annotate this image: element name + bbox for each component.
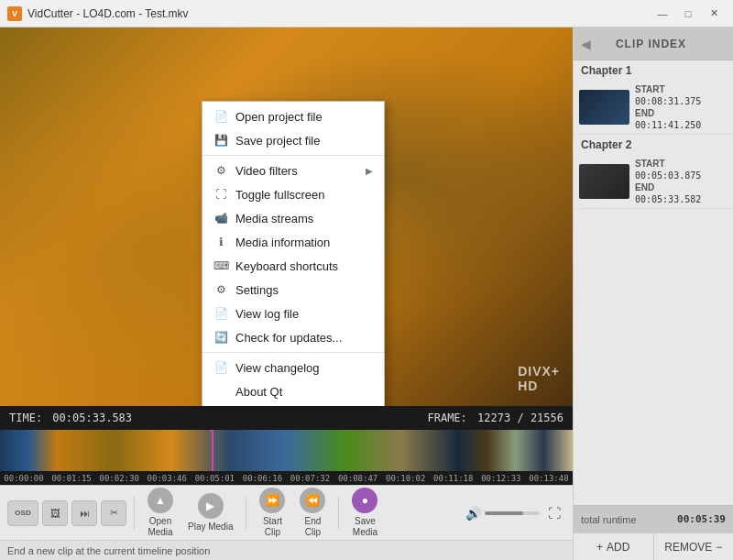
frame-display: FRAME: 12273 / 21556 <box>427 412 563 424</box>
right-panel: ◀ CLIP INDEX Chapter 1 START 00:08:31.37… <box>573 27 733 560</box>
time-value: 00:05:33.583 <box>52 412 132 424</box>
timeline-thumbnails <box>0 430 573 471</box>
end-value-2: 00:05:33.582 <box>635 194 701 204</box>
menu-item-view-changelog-label: View changelog <box>235 361 320 375</box>
timecode-1: 00:01:15 <box>48 474 95 483</box>
titlebar-controls: — □ ✕ <box>651 5 726 23</box>
chapter-1-label: Chapter 1 <box>574 60 733 81</box>
save-project-icon: 💾 <box>213 133 228 148</box>
video-statusbar: TIME: 00:05:33.583 FRAME: 12273 / 21556 <box>0 406 573 430</box>
save-media-button[interactable]: ● SaveMedia <box>346 484 383 542</box>
end-clip-icon: ⏪ <box>300 488 325 513</box>
timeline-area[interactable]: 00:00:00 00:01:15 00:02:30 00:03:46 00:0… <box>0 430 573 485</box>
runtime-label: total runtime <box>581 514 637 525</box>
menu-item-view-changelog[interactable]: 📄 View changelog <box>202 356 384 379</box>
log-icon: 📄 <box>213 306 228 321</box>
open-media-button[interactable]: ▲ OpenMedia <box>142 484 179 542</box>
frame-total: 21556 <box>531 412 563 424</box>
timecode-6: 00:07:32 <box>286 474 334 483</box>
clip-start-value-row-1: 00:08:31.375 <box>635 96 701 106</box>
clip-start-value-row-2: 00:05:03.875 <box>635 170 701 181</box>
clip-end-value-row-2: 00:05:33.582 <box>635 194 701 204</box>
menu-separator-1 <box>202 155 384 156</box>
settings-icon: ⚙ <box>213 282 228 297</box>
screenshot-button[interactable]: 🖼 <box>42 500 68 526</box>
timeline-track: 00:00:00 00:01:15 00:02:30 00:03:46 00:0… <box>0 430 573 485</box>
update-icon: 🔄 <box>213 330 228 345</box>
cut-button[interactable]: ✂ <box>101 500 126 526</box>
end-label-2: END <box>635 182 654 192</box>
clip-info-2: START 00:05:03.875 END 00:05:33.582 <box>635 159 701 204</box>
divx-badge: DIVX+HD <box>518 364 560 393</box>
nav-back-arrow[interactable]: ◀ <box>581 37 591 51</box>
menu-item-media-information[interactable]: ℹ Media information <box>202 230 384 254</box>
frame-separator: / <box>517 412 530 424</box>
menu-item-settings-label: Settings <box>235 283 279 297</box>
start-clip-icon: ⏩ <box>259 488 285 513</box>
start-clip-label: StartClip <box>263 516 282 538</box>
end-clip-button[interactable]: ⏪ EndClip <box>294 484 331 542</box>
timecode-7: 00:08:47 <box>334 474 382 483</box>
menu-item-toggle-fullscreen[interactable]: ⛶ Toggle fullscreen <box>202 182 384 206</box>
titlebar: V VidCutter - LO4D.com - Test.mkv — □ ✕ <box>0 0 733 27</box>
menu-item-check-updates-label: Check for updates... <box>235 331 342 345</box>
menu-item-about-qt[interactable]: About Qt <box>202 379 384 403</box>
skip-button[interactable]: ⏭ <box>71 500 97 526</box>
timecode-9: 00:11:18 <box>430 474 477 483</box>
add-button[interactable]: + ADD <box>574 533 654 560</box>
save-media-icon: ● <box>352 488 377 513</box>
start-value-1: 00:08:31.375 <box>635 96 701 106</box>
start-clip-button[interactable]: ⏩ StartClip <box>254 484 290 542</box>
menu-item-media-streams-label: Media streams <box>235 212 313 225</box>
clip-item-2: START 00:05:03.875 END 00:05:33.582 <box>574 155 733 209</box>
add-label: ADD <box>607 541 629 554</box>
volume-fill <box>485 511 523 515</box>
remove-minus-icon: − <box>716 541 722 554</box>
clip-index-title: CLIP INDEX <box>616 38 686 50</box>
volume-slider[interactable] <box>485 511 540 515</box>
menu-item-save-project-label: Save project file <box>235 134 321 148</box>
remove-button[interactable]: REMOVE − <box>654 533 734 560</box>
timecode-0: 00:00:00 <box>0 474 48 483</box>
timeline-marker-head <box>206 430 217 433</box>
fullscreen-icon[interactable]: ⛶ <box>543 502 565 524</box>
menu-item-view-log[interactable]: 📄 View log file <box>202 302 384 325</box>
timecode-4: 00:05:01 <box>191 474 238 483</box>
menu-item-video-filters[interactable]: ⚙ Video filters ▶ <box>202 159 384 182</box>
open-project-icon: 📄 <box>213 109 228 124</box>
runtime-value: 00:05:39 <box>677 513 726 525</box>
frame-label: FRAME: <box>427 412 466 424</box>
menu-item-media-streams[interactable]: 📹 Media streams <box>202 206 384 230</box>
timeline-marker <box>212 430 213 471</box>
volume-control: 🔊 ⛶ <box>465 502 565 524</box>
menu-item-about-vidcutter[interactable]: About VidCutter <box>202 403 384 406</box>
maximize-button[interactable]: □ <box>676 5 700 23</box>
window-title: VidCutter - LO4D.com - Test.mkv <box>27 7 189 20</box>
menu-item-settings[interactable]: ⚙ Settings <box>202 278 384 302</box>
time-label: TIME: <box>9 412 42 424</box>
open-media-label: OpenMedia <box>148 516 172 538</box>
clip-end-row-2: END <box>635 182 701 192</box>
menu-item-open-project[interactable]: 📄 Open project file <box>202 104 384 128</box>
close-button[interactable]: ✕ <box>702 5 726 23</box>
start-value-2: 00:05:03.875 <box>635 170 701 181</box>
timeline-timecodes: 00:00:00 00:01:15 00:02:30 00:03:46 00:0… <box>0 471 573 485</box>
video-panel: 📄 Open project file 💾 Save project file … <box>0 27 573 560</box>
titlebar-left: V VidCutter - LO4D.com - Test.mkv <box>7 6 189 21</box>
changelog-icon: 📄 <box>213 360 228 375</box>
minimize-button[interactable]: — <box>651 5 674 23</box>
app-icon: V <box>7 6 22 21</box>
timecode-10: 00:12:33 <box>477 474 525 483</box>
end-value-1: 00:11:41.250 <box>635 120 701 130</box>
osd-button[interactable]: OSD <box>7 500 38 526</box>
menu-separator-2 <box>202 352 384 353</box>
clip-end-row-1: END <box>635 108 701 118</box>
menu-item-check-updates[interactable]: 🔄 Check for updates... <box>202 325 384 349</box>
video-filters-icon: ⚙ <box>213 163 228 178</box>
menu-item-save-project[interactable]: 💾 Save project file <box>202 128 384 152</box>
menu-item-keyboard-shortcuts[interactable]: ⌨ Keyboard shortcuts <box>202 254 384 278</box>
menu-item-media-information-label: Media information <box>235 236 330 249</box>
context-menu: 📄 Open project file 💾 Save project file … <box>202 101 385 406</box>
play-media-button[interactable]: ▶ Play Media <box>182 489 238 536</box>
video-area[interactable]: 📄 Open project file 💾 Save project file … <box>0 27 573 406</box>
